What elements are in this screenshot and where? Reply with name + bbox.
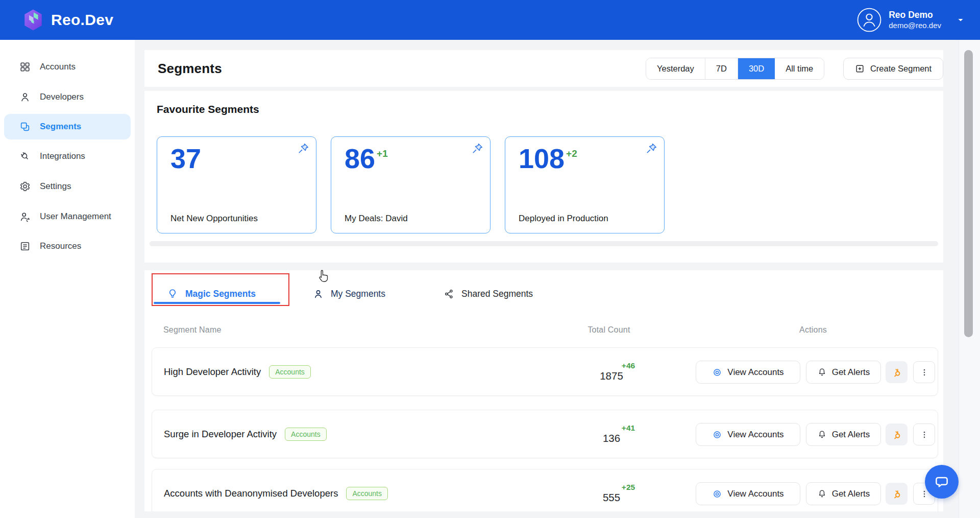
favourite-card-deployed-in-production[interactable]: 108 +2 Deployed in Production [505,136,665,233]
page-header-band: Segments Yesterday 7D 30D All time Creat… [144,50,943,87]
favourite-label: Deployed in Production [519,214,608,224]
plus-square-icon [855,64,865,74]
sidebar-item-label: Developers [40,92,84,102]
count-delta: +46 [622,361,635,370]
favourite-segments-panel: Favourite Segments 37 Net New Opportunit… [144,91,943,263]
column-header-total-count: Total Count [576,325,642,335]
count-delta: +41 [622,423,635,433]
count-value: 136 [603,433,620,445]
segment-name: High Developer Activity [164,366,261,378]
row-menu-button[interactable] [913,423,935,445]
segment-name: Surge in Developer Activity [164,429,277,440]
vertical-scrollbar-thumb[interactable] [964,50,973,337]
time-filter-all-time[interactable]: All time [775,58,824,79]
pin-icon[interactable] [471,142,484,155]
sidebar-item-segments[interactable]: Segments [4,114,131,139]
chat-widget-button[interactable] [925,465,959,499]
hubspot-icon [891,488,902,500]
favourite-card-net-new-opportunities[interactable]: 37 Net New Opportunities [157,136,316,233]
tab-label: Magic Segments [185,289,256,299]
plug-icon [19,151,31,162]
brand-logo[interactable]: Reo.Dev [21,8,113,32]
user-arrows-icon [19,211,31,222]
favourite-value: 86 [345,144,375,173]
sidebar-item-user-management[interactable]: User Management [4,204,131,229]
hubspot-sync-button[interactable] [886,483,908,505]
sidebar-item-integrations[interactable]: Integrations [4,144,131,169]
view-accounts-button[interactable]: View Accounts [696,361,800,384]
total-count: +25 555 [576,483,647,504]
hubspot-icon [891,429,902,440]
sidebar-item-label: Integrations [40,151,85,161]
view-accounts-button[interactable]: View Accounts [696,482,800,505]
user-email: demo@reo.dev [889,21,941,31]
sidebar-item-label: Accounts [40,62,76,72]
segment-type-badge: Accounts [346,487,388,500]
person-icon [19,91,31,103]
sidebar-item-developers[interactable]: Developers [4,84,131,110]
get-alerts-button[interactable]: Get Alerts [806,482,881,505]
list-icon [19,241,31,252]
time-filter-7d[interactable]: 7D [705,58,738,79]
sidebar-item-label: User Management [40,211,111,222]
segment-type-badge: Accounts [269,365,311,379]
hubspot-sync-button[interactable] [886,361,908,383]
sidebar-item-label: Segments [40,122,81,132]
kebab-menu-icon [920,368,929,377]
kebab-menu-icon [920,430,929,439]
create-segment-label: Create Segment [870,64,932,74]
favourite-delta: +1 [377,148,388,159]
sidebar-item-settings[interactable]: Settings [4,174,131,199]
chevron-down-icon [955,15,966,25]
grid-icon [19,61,31,73]
tab-label: Shared Segments [461,289,533,299]
sidebar-item-accounts[interactable]: Accounts [4,54,131,80]
bell-icon [817,430,827,439]
segments-table-panel: Magic Segments My Segments Shared Segmen… [144,270,943,511]
total-count: +41 136 [576,423,647,444]
time-filter-30d[interactable]: 30D [738,58,775,79]
get-alerts-button[interactable]: Get Alerts [806,361,881,384]
column-header-segment-name: Segment Name [163,325,222,335]
sidebar-item-label: Resources [40,241,81,251]
vertical-scrollbar-track[interactable] [959,40,980,518]
view-accounts-label: View Accounts [727,489,783,499]
eye-icon [712,430,722,440]
pin-icon[interactable] [297,142,310,155]
get-alerts-label: Get Alerts [832,430,870,440]
tab-my-segments[interactable]: My Segments [313,284,385,304]
bell-icon [817,489,827,499]
favourite-value: 37 [170,144,201,173]
create-segment-button[interactable]: Create Segment [843,58,943,80]
tab-shared-segments[interactable]: Shared Segments [444,284,533,304]
favourites-heading: Favourite Segments [157,103,259,115]
brand-name: Reo.Dev [51,8,113,32]
view-accounts-label: View Accounts [727,367,783,378]
get-alerts-button[interactable]: Get Alerts [806,423,881,446]
view-accounts-button[interactable]: View Accounts [696,423,800,446]
page-title: Segments [158,61,222,77]
get-alerts-label: Get Alerts [832,367,870,378]
avatar-icon [857,8,881,32]
favourite-card-my-deals-david[interactable]: 86 +1 My Deals: David [331,136,491,233]
sidebar-item-resources[interactable]: Resources [4,233,131,259]
favourite-delta: +2 [566,148,577,159]
logo-hexagon-icon [21,8,45,32]
time-filter: Yesterday 7D 30D All time [646,58,824,80]
pin-icon[interactable] [645,142,658,155]
tab-magic-segments[interactable]: Magic Segments [167,284,256,304]
time-filter-yesterday[interactable]: Yesterday [646,58,705,79]
app-screen: Reo.Dev Reo Demo demo@reo.dev Account [0,0,980,518]
active-tab-underline [154,302,280,304]
table-row: High Developer Activity Accounts +46 187… [152,347,938,396]
favourites-horizontal-scrollbar[interactable] [150,241,938,246]
segment-name: Accounts with Deanonymised Developers [164,488,338,499]
hubspot-sync-button[interactable] [886,423,908,445]
tab-label: My Segments [331,289,385,299]
user-name: Reo Demo [889,10,941,21]
lightbulb-icon [167,288,178,299]
row-menu-button[interactable] [913,361,935,383]
favourite-label: My Deals: David [345,214,408,224]
count-delta: +25 [622,483,635,492]
user-menu[interactable]: Reo Demo demo@reo.dev [857,0,966,40]
